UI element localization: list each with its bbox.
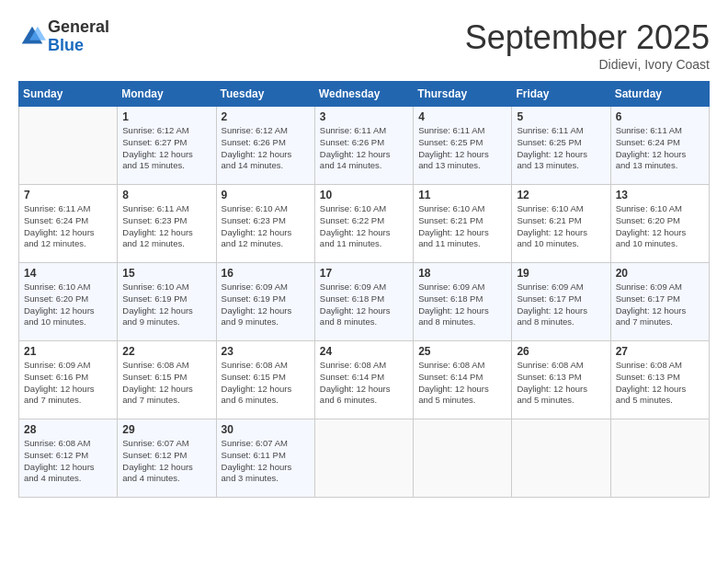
day-info: Sunrise: 6:09 AM Sunset: 6:18 PM Dayligh… [320, 282, 408, 328]
day-number: 11 [418, 189, 506, 201]
weekday-header-monday: Monday [118, 82, 216, 107]
day-info: Sunrise: 6:10 AM Sunset: 6:21 PM Dayligh… [517, 203, 605, 250]
calendar-cell: 20 Sunrise: 6:09 AM Sunset: 6:17 PM Dayl… [610, 263, 709, 341]
calendar-cell [414, 419, 512, 498]
calendar-cell: 12 Sunrise: 6:10 AM Sunset: 6:21 PM Dayl… [512, 185, 610, 263]
calendar-cell: 4 Sunrise: 6:11 AM Sunset: 6:25 PM Dayli… [414, 107, 512, 185]
day-info: Sunrise: 6:11 AM Sunset: 6:25 PM Dayligh… [517, 125, 605, 172]
calendar-cell: 2 Sunrise: 6:12 AM Sunset: 6:26 PM Dayli… [216, 107, 314, 185]
logo-general: General [48, 18, 109, 37]
day-number: 30 [222, 423, 310, 436]
day-number: 5 [517, 110, 605, 123]
weekday-header-wednesday: Wednesday [314, 82, 413, 107]
day-info: Sunrise: 6:09 AM Sunset: 6:17 PM Dayligh… [616, 282, 704, 328]
calendar-cell: 27 Sunrise: 6:08 AM Sunset: 6:13 PM Dayl… [610, 341, 709, 419]
calendar-cell: 7 Sunrise: 6:11 AM Sunset: 6:24 PM Dayli… [19, 185, 118, 263]
weekday-header-saturday: Saturday [610, 82, 709, 107]
day-info: Sunrise: 6:11 AM Sunset: 6:24 PM Dayligh… [616, 125, 704, 172]
day-number: 8 [122, 189, 210, 201]
day-number: 7 [24, 189, 112, 201]
calendar-cell: 15 Sunrise: 6:10 AM Sunset: 6:19 PM Dayl… [118, 263, 216, 341]
calendar-cell: 3 Sunrise: 6:11 AM Sunset: 6:26 PM Dayli… [314, 107, 413, 185]
day-number: 28 [24, 423, 112, 436]
week-row-1: 1 Sunrise: 6:12 AM Sunset: 6:27 PM Dayli… [19, 107, 710, 185]
day-number: 27 [616, 345, 704, 358]
day-info: Sunrise: 6:07 AM Sunset: 6:12 PM Dayligh… [122, 438, 210, 485]
month-title: September 2025 [465, 18, 710, 57]
day-info: Sunrise: 6:12 AM Sunset: 6:27 PM Dayligh… [122, 125, 210, 172]
week-row-2: 7 Sunrise: 6:11 AM Sunset: 6:24 PM Dayli… [19, 185, 710, 263]
day-number: 18 [418, 267, 506, 280]
weekday-row: SundayMondayTuesdayWednesdayThursdayFrid… [19, 82, 710, 107]
day-number: 14 [24, 267, 112, 280]
day-info: Sunrise: 6:09 AM Sunset: 6:17 PM Dayligh… [517, 282, 605, 328]
calendar-cell: 26 Sunrise: 6:08 AM Sunset: 6:13 PM Dayl… [512, 341, 610, 419]
day-number: 3 [320, 110, 408, 123]
day-number: 22 [122, 345, 210, 358]
day-number: 12 [517, 189, 605, 201]
day-number: 2 [222, 110, 310, 123]
day-info: Sunrise: 6:10 AM Sunset: 6:23 PM Dayligh… [222, 203, 310, 250]
week-row-5: 28 Sunrise: 6:08 AM Sunset: 6:12 PM Dayl… [19, 419, 710, 498]
day-info: Sunrise: 6:12 AM Sunset: 6:26 PM Dayligh… [222, 125, 310, 172]
logo-icon [18, 23, 46, 51]
day-number: 29 [122, 423, 210, 436]
day-number: 24 [320, 345, 408, 358]
day-number: 19 [517, 267, 605, 280]
title-block: September 2025 Didievi, Ivory Coast [465, 18, 710, 72]
day-number: 15 [122, 267, 210, 280]
calendar-cell [610, 419, 709, 498]
day-info: Sunrise: 6:08 AM Sunset: 6:14 PM Dayligh… [320, 360, 408, 407]
calendar-cell: 1 Sunrise: 6:12 AM Sunset: 6:27 PM Dayli… [118, 107, 216, 185]
calendar-header: SundayMondayTuesdayWednesdayThursdayFrid… [19, 82, 710, 107]
logo-blue: Blue [48, 37, 109, 55]
day-info: Sunrise: 6:08 AM Sunset: 6:14 PM Dayligh… [418, 360, 506, 407]
day-info: Sunrise: 6:10 AM Sunset: 6:22 PM Dayligh… [320, 203, 408, 250]
calendar-cell: 16 Sunrise: 6:09 AM Sunset: 6:19 PM Dayl… [216, 263, 314, 341]
day-number: 21 [24, 345, 112, 358]
weekday-header-friday: Friday [512, 82, 610, 107]
day-info: Sunrise: 6:09 AM Sunset: 6:16 PM Dayligh… [24, 360, 112, 407]
day-number: 13 [616, 189, 704, 201]
calendar-cell: 29 Sunrise: 6:07 AM Sunset: 6:12 PM Dayl… [118, 419, 216, 498]
calendar-cell: 18 Sunrise: 6:09 AM Sunset: 6:18 PM Dayl… [414, 263, 512, 341]
page-header: General Blue September 2025 Didievi, Ivo… [18, 18, 710, 72]
day-info: Sunrise: 6:10 AM Sunset: 6:20 PM Dayligh… [616, 203, 704, 250]
day-info: Sunrise: 6:08 AM Sunset: 6:12 PM Dayligh… [24, 438, 112, 485]
day-info: Sunrise: 6:08 AM Sunset: 6:15 PM Dayligh… [122, 360, 210, 407]
calendar-cell: 5 Sunrise: 6:11 AM Sunset: 6:25 PM Dayli… [512, 107, 610, 185]
day-info: Sunrise: 6:11 AM Sunset: 6:24 PM Dayligh… [24, 203, 112, 250]
day-number: 23 [222, 345, 310, 358]
day-info: Sunrise: 6:09 AM Sunset: 6:18 PM Dayligh… [418, 282, 506, 328]
weekday-header-sunday: Sunday [19, 82, 118, 107]
week-row-4: 21 Sunrise: 6:09 AM Sunset: 6:16 PM Dayl… [19, 341, 710, 419]
day-number: 25 [418, 345, 506, 358]
day-info: Sunrise: 6:07 AM Sunset: 6:11 PM Dayligh… [222, 438, 310, 485]
calendar-cell: 8 Sunrise: 6:11 AM Sunset: 6:23 PM Dayli… [118, 185, 216, 263]
calendar-cell: 24 Sunrise: 6:08 AM Sunset: 6:14 PM Dayl… [314, 341, 413, 419]
day-info: Sunrise: 6:10 AM Sunset: 6:21 PM Dayligh… [418, 203, 506, 250]
day-info: Sunrise: 6:08 AM Sunset: 6:13 PM Dayligh… [616, 360, 704, 407]
calendar-cell: 11 Sunrise: 6:10 AM Sunset: 6:21 PM Dayl… [414, 185, 512, 263]
day-number: 6 [616, 110, 704, 123]
calendar-cell: 6 Sunrise: 6:11 AM Sunset: 6:24 PM Dayli… [610, 107, 709, 185]
calendar-cell: 21 Sunrise: 6:09 AM Sunset: 6:16 PM Dayl… [19, 341, 118, 419]
calendar-cell [512, 419, 610, 498]
calendar-cell: 19 Sunrise: 6:09 AM Sunset: 6:17 PM Dayl… [512, 263, 610, 341]
day-info: Sunrise: 6:10 AM Sunset: 6:20 PM Dayligh… [24, 282, 112, 328]
day-info: Sunrise: 6:10 AM Sunset: 6:19 PM Dayligh… [122, 282, 210, 328]
day-number: 10 [320, 189, 408, 201]
day-info: Sunrise: 6:08 AM Sunset: 6:15 PM Dayligh… [222, 360, 310, 407]
day-info: Sunrise: 6:08 AM Sunset: 6:13 PM Dayligh… [517, 360, 605, 407]
calendar-cell: 30 Sunrise: 6:07 AM Sunset: 6:11 PM Dayl… [216, 419, 314, 498]
logo-text: General Blue [48, 18, 109, 55]
week-row-3: 14 Sunrise: 6:10 AM Sunset: 6:20 PM Dayl… [19, 263, 710, 341]
calendar-cell: 14 Sunrise: 6:10 AM Sunset: 6:20 PM Dayl… [19, 263, 118, 341]
logo: General Blue [18, 18, 109, 55]
day-info: Sunrise: 6:09 AM Sunset: 6:19 PM Dayligh… [222, 282, 310, 328]
calendar-cell [314, 419, 413, 498]
calendar-cell: 28 Sunrise: 6:08 AM Sunset: 6:12 PM Dayl… [19, 419, 118, 498]
day-info: Sunrise: 6:11 AM Sunset: 6:26 PM Dayligh… [320, 125, 408, 172]
day-number: 1 [122, 110, 210, 123]
day-number: 26 [517, 345, 605, 358]
